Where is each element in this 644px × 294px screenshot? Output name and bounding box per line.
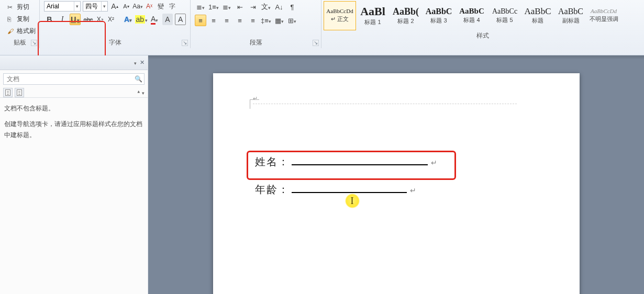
styles-group: AaBbCcDd↵ 正文 AaBl标题 1 AaBb(标题 2 AaBbC标题 … [321,0,644,48]
nav-dropdown-icon[interactable] [134,60,137,66]
superscript-button[interactable]: X² [107,14,116,25]
copy-button[interactable]: 复制 [6,14,39,24]
font-name-input[interactable] [45,2,74,11]
italic-button[interactable]: I [57,14,68,25]
style-heading3[interactable]: AaBbC标题 3 [423,1,455,30]
name-label: 姓名： [255,155,290,169]
style-subtitle[interactable]: AaBbC副标题 [554,1,587,30]
strikethrough-button[interactable]: abc [83,14,94,25]
style-heading2[interactable]: AaBb(标题 2 [390,1,422,30]
borders-button[interactable]: ⊞ [286,15,298,26]
align-center-button[interactable]: ≡ [208,15,219,26]
underline-button[interactable]: U [70,14,81,25]
char-border-button[interactable]: A [175,14,186,25]
nav-close-icon[interactable]: ✕ [140,59,145,66]
font-group: A▴ A▾ Aa Aᵡ 變 字 B I U abc X₂ X² A ab [40,0,191,48]
return-mark-icon: ↵ [410,186,416,195]
asian-layout-button[interactable]: 文 [260,1,272,13]
style-title[interactable]: AaBbC标题 [521,1,554,30]
align-left-button[interactable]: ≡ [195,15,206,26]
chevron-down-icon[interactable] [74,2,80,11]
style-normal[interactable]: AaBbCcDd↵ 正文 [324,1,356,30]
sort-button[interactable]: A↓ [273,1,285,13]
name-underline[interactable] [292,155,428,165]
cursor-highlight-icon [345,194,360,208]
font-launcher[interactable]: ↘ [182,40,188,46]
age-label: 年龄： [255,183,290,197]
style-heading4[interactable]: AaBbC标题 4 [456,1,488,30]
nav-search[interactable]: 🔍 [3,73,145,85]
page[interactable]: ↵ 姓名： ↵ 年龄： ↵ [213,73,580,294]
nav-body: 文档不包含标题。 创建导航选项卡，请通过应用标题样式在您的文档中建标题。 [0,98,148,145]
nav-tab-pages[interactable] [15,88,24,97]
phonetic-guide-button[interactable]: 變 [156,1,165,12]
char-shading-button[interactable]: A [162,14,173,25]
line-spacing-button[interactable]: ‡≡ [260,15,272,26]
search-icon[interactable]: 🔍 [132,75,144,83]
style-subtle-emphasis[interactable]: AaBbCcDd不明显强调 [587,1,620,30]
nav-header: ✕ [0,55,148,70]
clipboard-launcher[interactable]: ↘ [31,40,37,46]
clipboard-group: 剪切 复制 格式刷 贴板 ↘ [0,0,40,48]
header-return-mark: ↵ [253,95,258,102]
clear-formatting-button[interactable]: Aᵡ [145,1,154,12]
chevron-down-icon[interactable] [142,89,145,96]
decrease-indent-button[interactable]: ⇤ [234,1,246,13]
paragraph-launcher[interactable]: ↘ [313,40,319,46]
copy-icon [7,16,15,23]
increase-indent-button[interactable]: ⇥ [247,1,259,13]
chevron-down-icon[interactable] [101,2,107,11]
cut-button[interactable]: 剪切 [6,2,39,12]
nav-search-input[interactable] [4,75,132,83]
nav-tab-headings[interactable] [3,88,13,97]
brush-label: 格式刷 [17,27,36,36]
font-name-combo[interactable] [44,1,81,12]
bullets-button[interactable]: ≣ [195,1,206,13]
paragraph-group: ≣ 1≡ ≣ ⇤ ⇥ 文 A↓ ¶ ≡ ≡ ≡ ≡ ≡ ‡≡ ▦ [191,0,321,48]
paragraph-group-label: 段落 [195,37,317,48]
styles-gallery[interactable]: AaBbCcDd↵ 正文 AaBl标题 1 AaBb(标题 2 AaBbC标题 … [321,0,644,31]
style-heading1[interactable]: AaBl标题 1 [357,1,389,30]
return-mark-icon: ↵ [431,159,437,167]
grow-font-button[interactable]: A▴ [110,1,119,12]
subscript-button[interactable]: X₂ [96,14,105,25]
numbering-button[interactable]: 1≡ [208,1,219,13]
field-age-line[interactable]: 年龄： ↵ [255,183,538,197]
nav-msg-2: 创建导航选项卡，请通过应用标题样式在您的文档中建标题。 [4,119,143,140]
cut-label: 剪切 [17,3,29,12]
field-name-line[interactable]: 姓名： ↵ [255,155,538,169]
nav-msg-1: 文档不包含标题。 [4,103,143,114]
distribute-button[interactable]: ≡ [247,15,259,26]
nav-tabs [0,88,148,98]
style-heading5[interactable]: AaBbCc标题 5 [488,1,521,30]
text-effects-button[interactable]: A [123,14,134,25]
show-marks-button[interactable]: ¶ [286,1,298,13]
age-underline[interactable] [292,183,407,193]
shrink-font-button[interactable]: A▾ [121,1,131,12]
shading-button[interactable]: ▦ [273,15,285,26]
navigation-pane: ✕ 🔍 文档不包含标题。 创建导航选项卡，请通过应用标题样式在您的文档中建标题。 [0,55,148,294]
ribbon: 剪切 复制 格式刷 贴板 ↘ A▴ [0,0,644,55]
chevron-up-icon[interactable] [137,89,140,96]
justify-button[interactable]: ≡ [234,15,246,26]
format-painter-button[interactable]: 格式刷 [6,26,39,36]
highlight-button[interactable]: ab [136,14,147,25]
font-size-input[interactable] [83,2,101,11]
header-separator [253,104,517,104]
align-right-button[interactable]: ≡ [221,15,232,26]
scissors-icon [7,4,15,11]
font-size-combo[interactable] [83,1,108,12]
brush-icon [7,28,15,35]
bold-button[interactable]: B [44,14,55,25]
enclose-char-button[interactable]: 字 [168,1,177,12]
copy-label: 复制 [17,15,29,24]
font-color-button[interactable]: A [149,14,160,25]
multilevel-button[interactable]: ≣ [221,1,232,13]
styles-group-label: 样式 [321,31,644,40]
font-group-label: 字体 [44,37,186,48]
document-area: ↵ 姓名： ↵ 年龄： ↵ [148,55,644,294]
change-case-button[interactable]: Aa [133,1,142,12]
